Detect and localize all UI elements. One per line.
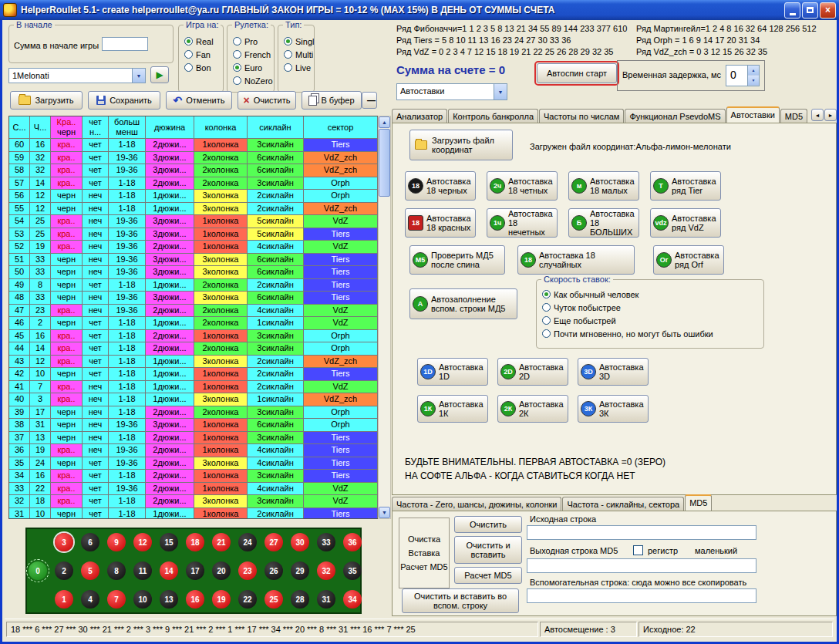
speed-option-3[interactable]: Почти мгновенно, но могут быть ошибки xyxy=(537,327,763,340)
board-number-20[interactable]: 20 xyxy=(212,561,231,580)
board-number-5[interactable]: 5 xyxy=(81,561,99,580)
tab-3[interactable]: Функционал PsevdoMS xyxy=(625,109,725,123)
maximize-button[interactable] xyxy=(802,2,818,19)
tab-0[interactable]: Анализатор xyxy=(392,109,447,123)
table-row[interactable]: 5932кра..чет19-363дюжи...2колонка6сиклай… xyxy=(9,152,378,165)
board-number-36[interactable]: 36 xyxy=(343,533,362,551)
table-row[interactable]: 462чернчет1-181дюжи...2колонка1сиклайнVd… xyxy=(9,317,378,330)
table-row[interactable]: 4723кра..неч19-362дюжи...2колонка4сиклай… xyxy=(9,305,378,318)
chevron-down-icon[interactable]: ▼ xyxy=(494,84,507,99)
table-row[interactable]: 4312кра..чет1-181дюжи...3колонка2сиклайн… xyxy=(9,356,378,369)
minus-button[interactable]: — xyxy=(362,92,377,109)
bet-button[interactable]: 2DАвтоставка 2D xyxy=(497,358,568,386)
tab-scroll-right-icon[interactable]: ► xyxy=(824,109,837,121)
board-number-21[interactable]: 21 xyxy=(212,533,231,551)
board-number-9[interactable]: 9 xyxy=(107,533,126,551)
table-row[interactable]: 3831черннеч19-363дюжи...1колонка6сиклайн… xyxy=(9,419,378,432)
autospin-start-button[interactable]: Автоспин старт xyxy=(537,63,617,83)
bet-button[interactable]: ААвтозаполнение вспом. строки МД5 xyxy=(409,288,517,319)
board-number-14[interactable]: 14 xyxy=(160,561,178,580)
table-header-cell[interactable]: большменш xyxy=(109,116,146,139)
board-number-0[interactable]: 0 xyxy=(29,561,47,580)
table-header-cell[interactable]: сиклайн xyxy=(248,116,304,139)
board-number-1[interactable]: 1 xyxy=(55,590,73,609)
scroll-down-icon[interactable]: ▼ xyxy=(379,507,390,518)
radio-group-2-option-1[interactable]: Multi xyxy=(278,48,314,61)
board-number-17[interactable]: 17 xyxy=(186,561,204,580)
board-number-33[interactable]: 33 xyxy=(317,533,335,551)
radio-group-2-option-2[interactable]: Live xyxy=(278,61,314,74)
undo-button[interactable]: ↶Отменить xyxy=(166,91,232,110)
board-number-8[interactable]: 8 xyxy=(107,561,126,580)
bet-button[interactable]: 3КАвтоставка 3К xyxy=(578,395,649,423)
board-number-25[interactable]: 25 xyxy=(265,590,283,609)
board-number-10[interactable]: 10 xyxy=(133,590,152,609)
table-row[interactable]: 403кра..неч1-181дюжи...3колонка1сиклайнV… xyxy=(9,393,378,406)
output-string-input[interactable] xyxy=(527,558,756,573)
board-number-26[interactable]: 26 xyxy=(265,561,283,580)
profile-dropdown[interactable]: 1Melonati ▼ xyxy=(8,68,146,83)
tab-1[interactable]: Частота - сиклайны, сектора xyxy=(562,497,684,511)
tab-2[interactable]: MD5 xyxy=(685,494,712,511)
board-number-28[interactable]: 28 xyxy=(291,590,309,609)
tab-1[interactable]: Контроль банкролла xyxy=(448,109,538,123)
delay-spinner[interactable]: 0 ▲ ▼ xyxy=(726,65,760,86)
board-number-18[interactable]: 18 xyxy=(186,533,204,551)
table-row[interactable]: 3322кра..чет19-362дюжи...1колонка4сиклай… xyxy=(9,483,378,496)
board-number-34[interactable]: 34 xyxy=(343,590,362,609)
tab-4[interactable]: Автоставки xyxy=(726,106,780,123)
board-number-35[interactable]: 35 xyxy=(343,561,362,580)
board-number-23[interactable]: 23 xyxy=(238,561,257,580)
md5-clear-paste-button[interactable]: Очистить и вставить xyxy=(454,536,522,564)
table-scrollbar[interactable]: ▲ ▼ xyxy=(378,116,391,519)
bet-button[interactable]: vdzАвтоставка ряд VdZ xyxy=(650,208,721,238)
table-row[interactable]: 4516кра..чет1-182дюжи...1колонка3сиклайн… xyxy=(9,330,378,343)
radio-group-1-option-1[interactable]: French xyxy=(227,48,274,61)
radio-group-0-option-2[interactable]: Bon xyxy=(179,61,223,74)
board-number-7[interactable]: 7 xyxy=(107,590,126,609)
start-sum-input[interactable] xyxy=(102,37,148,51)
table-row[interactable]: 5425кра..неч19-363дюжи...1колонка5сиклай… xyxy=(9,215,378,228)
bet-button[interactable]: 18Автоставка 18 красных xyxy=(405,208,476,238)
clear-paste-helper-button[interactable]: Очистить и вставить во вспом. строку xyxy=(402,588,519,613)
board-number-24[interactable]: 24 xyxy=(238,533,257,551)
tab-5[interactable]: MD5 xyxy=(780,109,807,123)
radio-group-0-option-1[interactable]: Fan xyxy=(179,48,223,61)
table-row[interactable]: 3218кра..чет1-182дюжи...3колонка3сиклайн… xyxy=(9,495,378,508)
table-row[interactable]: 5832кра..чет19-363дюжи...2колонка6сиклай… xyxy=(9,164,378,177)
radio-group-1-option-3[interactable]: NoZero xyxy=(227,74,274,87)
table-row[interactable]: 5033черннеч19-363дюжи...3колонка6сиклайн… xyxy=(9,266,378,279)
table-row[interactable]: 3110чернчет1-181дюжи...1колонка2сиклайнT… xyxy=(9,508,378,520)
md5-calc-button[interactable]: Расчет MD5 xyxy=(454,567,522,584)
radio-group-0-option-0[interactable]: Real xyxy=(179,35,223,48)
spinner-down-icon[interactable]: ▼ xyxy=(748,76,759,86)
table-header-cell[interactable]: Кра..черн xyxy=(51,116,83,139)
table-header-cell[interactable]: Ч... xyxy=(30,116,51,139)
table-row[interactable]: 5714кра..чет1-182дюжи...2колонка3сиклайн… xyxy=(9,177,378,191)
bet-button[interactable]: ТАвтоставка ряд Tier xyxy=(650,171,721,201)
bet-button[interactable]: 1КАвтоставка 1К xyxy=(417,395,488,423)
board-number-29[interactable]: 29 xyxy=(291,561,309,580)
bet-button[interactable]: 2КАвтоставка 2К xyxy=(497,395,568,423)
board-number-30[interactable]: 30 xyxy=(291,533,309,551)
bet-button[interactable]: 1чАвтоставка 18 нечетных xyxy=(487,208,558,238)
board-number-13[interactable]: 13 xyxy=(160,590,178,609)
table-row[interactable]: 4833черннеч19-363дюжи...3колонка6сиклайн… xyxy=(9,292,378,305)
board-number-2[interactable]: 2 xyxy=(55,561,73,580)
table-row[interactable]: 5512черннеч1-181дюжи...3колонка2сиклайнV… xyxy=(9,203,378,216)
radio-group-1-option-2[interactable]: Euro xyxy=(227,61,274,74)
table-header-cell[interactable]: колонка xyxy=(194,116,248,139)
table-row[interactable]: 3619кра..неч19-362дюжи...1колонка4сиклай… xyxy=(9,444,378,457)
bet-button[interactable]: 3DАвтоставка 3D xyxy=(578,358,649,386)
speed-option-1[interactable]: Чуток побыстрее xyxy=(537,301,763,314)
bet-button[interactable]: БАвтоставка 18 БОЛЬШИХ xyxy=(568,208,639,238)
table-row[interactable]: 498чернчет1-181дюжи...2колонка2сиклайнTi… xyxy=(9,279,378,292)
tab-2[interactable]: Частоты по числам xyxy=(539,109,624,123)
source-string-input[interactable] xyxy=(527,525,756,540)
board-number-32[interactable]: 32 xyxy=(317,561,335,580)
bet-button[interactable]: 1DАвтоставка 1D xyxy=(417,358,488,386)
speed-option-2[interactable]: Еще побыстрей xyxy=(537,314,763,327)
spinner-up-icon[interactable]: ▲ xyxy=(748,66,759,76)
scroll-up-icon[interactable]: ▲ xyxy=(379,116,390,128)
load-button[interactable]: Загрузить xyxy=(10,91,83,110)
